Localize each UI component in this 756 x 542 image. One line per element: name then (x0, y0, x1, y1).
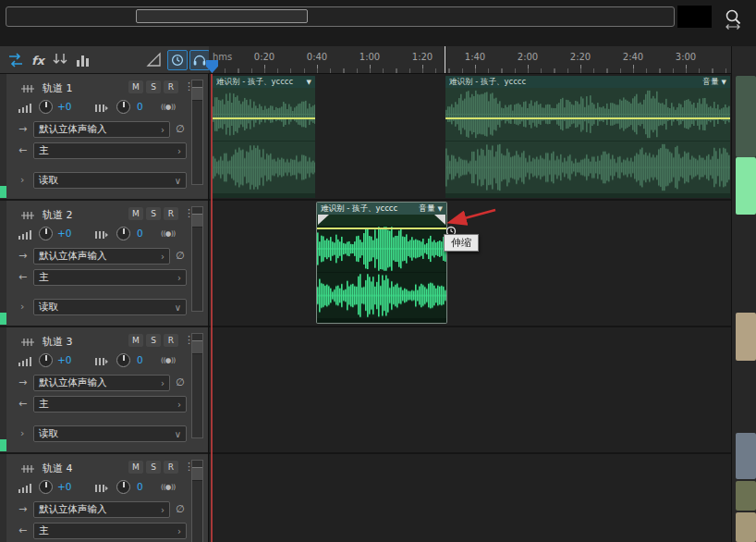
move-tool-icon[interactable] (6, 50, 26, 70)
volume-value[interactable]: +0 (57, 101, 71, 112)
vertical-overview-bar[interactable] (731, 74, 756, 542)
clip-header[interactable]: 难识别 - 孩子、ycccc 音量 ▼ (317, 203, 446, 215)
ruler-minor-ticks (209, 68, 731, 73)
clip-header[interactable]: 难识别 - 孩子、ycccc ▼ (213, 76, 315, 88)
visible-range-handle[interactable] (136, 9, 308, 23)
snap-toggle-icon[interactable] (167, 50, 188, 70)
volume-envelope-line[interactable] (445, 117, 730, 119)
input-select[interactable]: 默认立体声输入 › (33, 501, 170, 518)
volume-knob[interactable] (39, 353, 53, 367)
clip-volume-badge[interactable]: 音量 (703, 77, 719, 88)
clip-volume-badge[interactable]: 音量 (420, 203, 435, 215)
track-lanes[interactable]: 难识别 - 孩子、ycccc ▼ 难识别 - 孩子、ycccc 音量 ▼ (209, 74, 731, 542)
timeline-ruler[interactable]: hms 0:20 0:40 1:00 1:20 1:40 2:00 2:20 2… (209, 46, 731, 74)
solo-button[interactable]: S (146, 334, 161, 347)
output-select[interactable]: 主 › (33, 523, 187, 539)
volume-knob[interactable] (39, 227, 53, 240)
audio-clip-track1-right[interactable]: 难识别 - 孩子、ycccc 音量 ▼ (445, 76, 730, 198)
expand-icon[interactable]: › (20, 427, 24, 439)
overview-segment[interactable] (736, 76, 756, 157)
stretch-handle-left[interactable] (318, 215, 329, 225)
mute-button[interactable]: M (128, 207, 143, 220)
fx-label: fx (31, 54, 44, 68)
automation-mode-select[interactable]: 读取 ∨ (33, 172, 187, 189)
audio-clip-track2-selected[interactable]: 难识别 - 孩子、ycccc 音量 ▼ (317, 203, 446, 323)
track-name[interactable]: 轨道 3 (43, 335, 73, 349)
volume-knob[interactable] (39, 100, 53, 114)
zoom-navigate-icon[interactable] (723, 7, 747, 31)
volume-envelope-line[interactable] (317, 228, 446, 229)
clip-header[interactable]: 难识别 - 孩子、ycccc 音量 ▼ (445, 76, 730, 88)
waveform-channel (317, 226, 446, 272)
pan-value[interactable]: 0 (137, 481, 143, 492)
mute-button[interactable]: M (128, 80, 143, 93)
track-fader[interactable] (191, 206, 203, 312)
volume-value[interactable]: +0 (57, 481, 71, 492)
output-select[interactable]: 主 › (33, 396, 187, 413)
arm-record-button[interactable]: R (164, 461, 178, 474)
solo-button[interactable]: S (146, 80, 161, 93)
track-name[interactable]: 轨道 1 (43, 81, 73, 95)
overview-visible-range[interactable] (736, 157, 756, 215)
expand-icon[interactable]: › (20, 174, 24, 186)
output-select[interactable]: 主 › (33, 269, 187, 286)
effects-rack-button[interactable]: fx (28, 50, 48, 70)
volume-value[interactable]: +0 (57, 354, 71, 365)
arm-record-button[interactable]: R (164, 207, 178, 220)
clip-title: 难识别 - 孩子、ycccc (321, 203, 416, 215)
volume-knob[interactable] (39, 480, 53, 494)
chevron-right-icon: › (177, 400, 181, 410)
phase-icon[interactable]: ∅ (176, 123, 185, 135)
metering-icon[interactable] (72, 50, 92, 70)
mute-button[interactable]: M (128, 334, 143, 347)
pan-value[interactable]: 0 (137, 228, 143, 239)
mute-button[interactable]: M (128, 461, 143, 474)
phase-icon[interactable]: ∅ (176, 376, 185, 388)
track-name[interactable]: 轨道 2 (43, 208, 73, 222)
fader-handle[interactable] (192, 467, 202, 481)
clip-dropdown-icon[interactable]: ▼ (722, 79, 726, 86)
expand-icon[interactable]: › (20, 301, 24, 313)
automation-mode-select[interactable]: 读取 ∨ (33, 299, 187, 315)
fader-handle[interactable] (192, 214, 202, 228)
input-select[interactable]: 默认立体声输入 › (33, 121, 170, 138)
arm-record-button[interactable]: R (164, 334, 178, 347)
pan-knob[interactable] (116, 480, 130, 494)
audio-clip-track1-left[interactable]: 难识别 - 孩子、ycccc ▼ (213, 76, 315, 198)
track-name[interactable]: 轨道 4 (43, 462, 73, 475)
track-fader[interactable] (191, 333, 203, 438)
solo-button[interactable]: S (146, 207, 161, 220)
arm-record-button[interactable]: R (164, 80, 178, 93)
stretch-handle-right[interactable] (434, 215, 445, 225)
track-fader[interactable] (191, 80, 203, 185)
input-select[interactable]: 默认立体声输入 › (33, 248, 170, 265)
clip-dropdown-icon[interactable]: ▼ (438, 205, 443, 213)
overview-segment[interactable] (736, 481, 756, 511)
solo-button[interactable]: S (146, 461, 161, 474)
skew-triangle-icon[interactable] (144, 50, 165, 70)
razor-tool-icon[interactable] (50, 50, 70, 70)
time-display (677, 6, 712, 28)
volume-value[interactable]: +0 (57, 228, 71, 239)
clip-dropdown-icon[interactable]: ▼ (307, 79, 311, 86)
phase-icon[interactable]: ∅ (176, 250, 185, 262)
overview-segment[interactable] (736, 313, 756, 361)
fader-handle[interactable] (192, 87, 202, 101)
overview-segment[interactable] (736, 512, 756, 542)
timeline-zoom-navigator[interactable] (6, 6, 675, 27)
overview-segment[interactable] (736, 433, 756, 479)
clip-footer (445, 193, 730, 198)
automation-mode-select[interactable]: 读取 ∨ (33, 425, 187, 442)
pan-knob[interactable] (116, 227, 130, 240)
phase-icon[interactable]: ∅ (176, 503, 185, 515)
output-select[interactable]: 主 › (33, 142, 187, 159)
fader-handle[interactable] (192, 340, 202, 354)
track-fader[interactable] (191, 460, 203, 542)
pan-knob[interactable] (116, 100, 130, 114)
pan-value[interactable]: 0 (137, 101, 143, 112)
pan-knob[interactable] (116, 353, 130, 367)
input-select[interactable]: 默认立体声输入 › (33, 375, 170, 391)
chevron-down-icon: ∨ (175, 302, 181, 313)
pan-value[interactable]: 0 (137, 354, 143, 365)
volume-envelope-line[interactable] (213, 117, 315, 119)
